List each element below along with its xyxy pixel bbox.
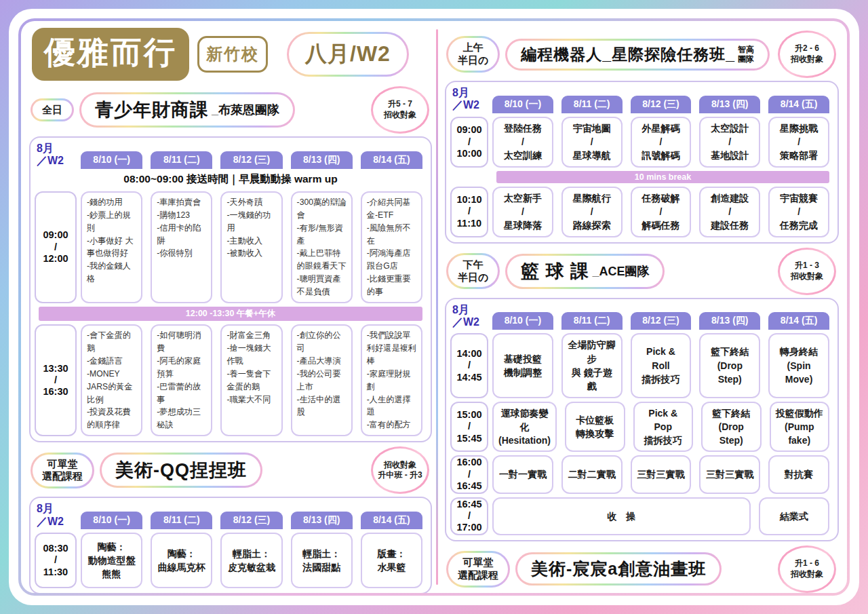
corner-month: 8月	[452, 87, 488, 99]
schedule-cell: -300萬的辯論會 -有形/無形資產 -戴上巴菲特的眼鏡看天下 -聰明買資產不是…	[291, 191, 353, 303]
schedule-cell: -介紹共同基金-ETF -風險無所不在 -阿鴻海產店跟台G店 -比錢更重要的事	[361, 191, 422, 303]
optional-cloud-badge: 可單堂 選配課程	[31, 453, 94, 489]
date-tab-fri: 8/14 (五)	[768, 312, 829, 330]
break-bar: 10 mins break	[496, 171, 829, 183]
time-label: 10:10 / 11:10	[450, 187, 488, 237]
date-tab-thu: 8/13 (四)	[291, 512, 353, 529]
financial-afternoon-row: 13:30 / 16:30 -會下金蛋的鵝 -金錢語言 -MONEY JARS的…	[35, 324, 427, 436]
oil-audience-text: 升1 - 6 招收對象	[780, 548, 834, 591]
oil-title: 美術-宸宸a創意油畫班	[531, 558, 706, 580]
date-tab-wed: 8/12 (三)	[631, 312, 692, 330]
schedule-cell: Pick & Pop 擋拆技巧	[633, 402, 694, 453]
schedule-cell: 一對一實戰	[492, 455, 553, 493]
schedule-cell: 基礎投籃 機制調整	[492, 333, 553, 398]
date-tab-tue: 8/11 (二)	[151, 512, 212, 529]
robot-title: 編程機器人_星際探險任務班_	[521, 44, 735, 65]
lunch-bar: 12:00 -13:30 午餐+午休	[39, 307, 422, 321]
corner-week: ／W2	[37, 516, 77, 528]
financial-morning-row: 09:00 / 12:00 -錢的功用 -鈔票上的規則 -小事做好 大事也做得好…	[35, 191, 427, 303]
date-tab-tue: 8/11 (二)	[561, 96, 623, 113]
fullday-cloud-text: 全日	[33, 100, 72, 120]
basketball-table: 8月 ／W2 8/10 (一) 8/11 (二) 8/12 (三) 8/13 (…	[445, 298, 839, 541]
date-tab-thu: 8/13 (四)	[291, 151, 353, 169]
financial-section-header: 全日 青少年財商課 _布萊恩團隊 升5 - 7 招收對象	[31, 86, 432, 134]
schedule-cell: 投籃假動作 (Pump fake)	[770, 402, 830, 453]
schedule-cell: 登陸任務 / 太空訓練	[492, 117, 553, 168]
oil-audience-badge: 升1 - 6 招收對象	[778, 545, 836, 593]
basketball-title-cloud: 籃 球 課 _ACE團隊	[505, 254, 665, 289]
corner-week: ／W2	[37, 155, 77, 167]
oil-section-header: 可單堂 選配課程 美術-宸宸a創意油畫班 升1 - 6 招收對象	[446, 545, 839, 593]
basketball-row-2: 15:00 / 15:45 運球節奏變化 (Hesitation) 卡位籃板 轉…	[450, 402, 833, 453]
schedule-cell: -錢的功用 -鈔票上的規則 -小事做好 大事也做得好 -我的金錢人格	[81, 191, 142, 303]
month-week-badge-text: 八月/W2	[289, 34, 407, 75]
schedule-cell: -我們說說單利好還是複利棒 -家庭理財規劃 -人生的選擇題 -富有的配方	[361, 324, 422, 436]
schedule-cell: 三對三實戰	[631, 455, 692, 493]
month-week-corner: 8月 ／W2	[35, 501, 77, 529]
qq-row: 08:30 / 11:30 陶藝： 動物造型盤 熊熊 陶藝： 曲線馬克杯 輕脂土…	[35, 533, 427, 588]
date-tab-thu: 8/13 (四)	[699, 96, 760, 113]
schedule-cell: 任務破解 / 解碼任務	[631, 187, 692, 237]
qq-table: 8月 ／W2 8/10 (一) 8/11 (二) 8/12 (三) 8/13 (…	[29, 497, 432, 593]
month-week-badge: 八月/W2	[287, 32, 409, 77]
schedule-cell: -如何聰明消費 -阿毛的家庭預算 -巴雷蕾的故事 -夢想成功三秘訣	[151, 324, 212, 436]
schedule-cell: 宇宙競賽 / 任務完成	[768, 187, 829, 237]
corner-month: 8月	[37, 503, 77, 515]
basketball-row-4: 16:45 / 17:00 收 操 結業式	[450, 497, 833, 535]
financial-team: _布萊恩團隊	[212, 102, 279, 118]
schedule-cell: 輕脂土： 皮克敏盆栽	[220, 533, 282, 588]
date-tab-wed: 8/12 (三)	[220, 151, 282, 169]
qq-audience-badge: 招收對象 升中班 - 升3	[371, 446, 429, 494]
qq-title-cloud: 美術-QQ捏捏班	[100, 453, 262, 488]
campus-badge: 新竹校	[197, 36, 268, 73]
qq-audience-text: 招收對象 升中班 - 升3	[373, 448, 427, 492]
schedule-cell: -財富金三角 -搶一塊錢大作戰 -養一隻會下金蛋的鵝 -職業大不同	[220, 324, 282, 436]
schedule-cell: -創立你的公司 -產品大導演 -我的公司要上市 -生活中的選股	[291, 324, 353, 436]
time-label: 09:00 / 12:00	[35, 191, 77, 303]
basketball-table-head: 8月 ／W2 8/10 (一) 8/11 (二) 8/12 (三) 8/13 (…	[450, 302, 833, 330]
time-label: 16:00 / 16:45	[450, 455, 488, 493]
brand-logo: 優雅而行	[32, 28, 189, 81]
poster-canvas: 優雅而行 新竹校 八月/W2 全日 青少年財商課 _布萊恩團隊 升5 - 7 招…	[21, 21, 847, 593]
date-tab-fri: 8/14 (五)	[361, 512, 422, 529]
qq-section-header: 可單堂 選配課程 美術-QQ捏捏班 招收對象 升中班 - 升3	[31, 446, 432, 494]
robot-title-cloud: 編程機器人_星際探險任務班_ 智高 團隊	[505, 39, 770, 71]
corner-month: 8月	[452, 304, 488, 316]
schedule-cell: -會下金蛋的鵝 -金錢語言 -MONEY JARS的黃金比例 -投資及花費的順序…	[81, 324, 142, 436]
robot-table-head: 8月 ／W2 8/10 (一) 8/11 (二) 8/12 (三) 8/13 (…	[450, 85, 833, 113]
date-tab-wed: 8/12 (三)	[631, 96, 692, 113]
corner-week: ／W2	[452, 99, 488, 111]
financial-audience-text: 升5 - 7 招收對象	[373, 88, 427, 132]
schedule-cell: 轉身終結 (Spin Move)	[768, 333, 829, 398]
schedule-cell: 卡位籃板 轉換攻擊	[565, 402, 625, 453]
afternoon-half-cloud-text: 下午 半日の	[448, 255, 498, 288]
schedule-cell: 三對三實戰	[699, 455, 760, 493]
corner-month: 8月	[37, 142, 77, 155]
date-tab-mon: 8/10 (一)	[81, 512, 142, 529]
financial-title: 青少年財商課	[95, 98, 209, 122]
time-label: 16:45 / 17:00	[450, 497, 488, 535]
basketball-audience-text: 升1 - 3 招收對象	[780, 250, 834, 293]
qq-table-head: 8月 ／W2 8/10 (一) 8/11 (二) 8/12 (三) 8/13 (…	[35, 501, 427, 529]
month-week-corner: 8月 ／W2	[35, 140, 77, 169]
schedule-cell: 二對二實戰	[561, 455, 623, 493]
basketball-section-header: 下午 半日の 籃 球 課 _ACE團隊 升1 - 3 招收對象	[446, 248, 839, 295]
schedule-cell: 運球節奏變化 (Hesitation)	[492, 402, 557, 453]
afternoon-half-cloud-badge: 下午 半日の	[446, 253, 500, 290]
time-label: 14:00 / 14:45	[450, 333, 488, 398]
schedule-cell: 籃下終結 (Drop Step)	[699, 333, 760, 398]
schedule-cell: 版畫： 水果籃	[361, 533, 422, 588]
month-week-corner: 8月 ／W2	[450, 85, 488, 113]
brand-row: 優雅而行 新竹校 八月/W2	[32, 28, 432, 81]
basketball-audience-badge: 升1 - 3 招收對象	[778, 248, 836, 295]
schedule-cell: 太空設計 / 基地設計	[699, 117, 760, 168]
schedule-cell: 全場防守腳步 與 鏡子遊戲	[561, 333, 623, 398]
schedule-cell: 星際挑戰 / 策略部署	[768, 117, 829, 168]
qq-title: 美術-QQ捏捏班	[115, 458, 247, 482]
fullday-cloud-badge: 全日	[31, 98, 74, 122]
schedule-cell: 星際航行 / 路線探索	[561, 187, 623, 237]
schedule-cell: Pick & Roll 擋拆技巧	[631, 333, 692, 398]
corner-week: ／W2	[452, 316, 488, 328]
basketball-title: 籃 球 課	[521, 259, 589, 284]
optional-cloud-badge: 可單堂 選配課程	[446, 551, 510, 588]
